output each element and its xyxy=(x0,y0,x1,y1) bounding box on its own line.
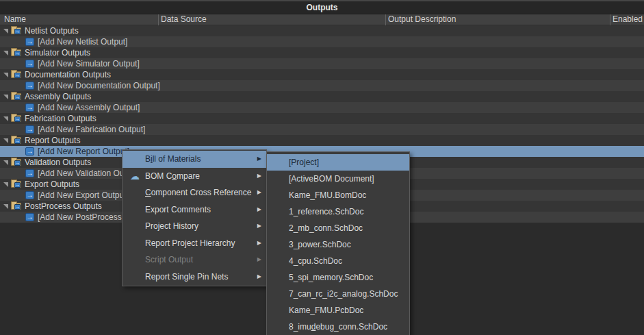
add-row-label: [Add New Simulator Output] xyxy=(38,58,140,69)
submenu-item-label: Kame_FMU.BomDoc xyxy=(289,187,366,203)
folder-badge-arrow-icon: → xyxy=(14,138,21,144)
menu-item-component-cross-reference[interactable]: Component Cross Reference ▶ xyxy=(123,184,266,201)
add-row-assembly-output[interactable]: → [Add New Assembly Output] xyxy=(0,102,644,113)
add-row-label: [Add New Documentation Output] xyxy=(38,80,160,91)
category-label: Documentation Outputs xyxy=(25,69,111,80)
add-output-icon: → xyxy=(25,60,34,68)
submenu-arrow-icon: ▶ xyxy=(257,218,261,235)
column-header-name[interactable]: Name xyxy=(2,14,156,25)
folder-badge-arrow-icon: → xyxy=(14,95,21,100)
category-label: Fabrication Outputs xyxy=(25,113,96,124)
menu-item-label: Component Cross Reference xyxy=(145,184,251,201)
expand-triangle-icon[interactable] xyxy=(3,95,8,99)
menu-item-label: Script Output xyxy=(145,251,193,269)
column-header-output-description[interactable]: Output Description xyxy=(385,14,608,25)
submenu-item-activebom-document[interactable]: [ActiveBOM Document] xyxy=(267,171,409,187)
menu-item-report-single-pin-nets[interactable]: Report Single Pin Nets ▶ xyxy=(123,269,266,286)
menu-item-export-comments[interactable]: Export Comments ▶ xyxy=(123,201,266,219)
add-output-icon: → xyxy=(25,169,34,177)
folder-badge-arrow-icon: → xyxy=(14,73,21,78)
expand-triangle-icon[interactable] xyxy=(3,138,8,143)
category-label: Simulator Outputs xyxy=(25,47,90,58)
submenu-item-label: 3_power.SchDoc xyxy=(289,236,351,253)
output-folder-icon: → xyxy=(11,137,21,144)
menu-gutter xyxy=(126,269,144,286)
output-folder-icon: → xyxy=(11,71,21,78)
output-folder-icon: → xyxy=(11,49,21,56)
expand-triangle-icon[interactable] xyxy=(3,73,8,77)
submenu-item-label: 8_imudebug_conn.SchDoc xyxy=(289,319,387,335)
folder-badge-arrow-icon: → xyxy=(14,29,21,34)
category-label: Netlist Outputs xyxy=(25,25,79,36)
category-row-assembly-outputs[interactable]: → Assembly Outputs xyxy=(0,91,644,102)
menu-item-label: Project History xyxy=(145,218,198,235)
add-row-label: [Add New Export Output] xyxy=(38,190,129,201)
menu-item-report-project-hierarchy[interactable]: Report Project Hierarchy ▶ xyxy=(123,235,266,252)
submenu-item-kame-fmu-bomdoc[interactable]: Kame_FMU.BomDoc xyxy=(267,187,409,203)
submenu-item-label: 4_cpu.SchDoc xyxy=(289,253,342,269)
category-row-simulator-outputs[interactable]: → Simulator Outputs xyxy=(0,47,644,58)
submenu-item-project[interactable]: [Project] xyxy=(267,154,409,171)
outputs-panel: Outputs Name Data Source Output Descript… xyxy=(0,0,644,335)
category-label: Assembly Outputs xyxy=(25,91,91,102)
output-folder-icon: → xyxy=(11,115,21,122)
category-label: Validation Outputs xyxy=(25,157,91,168)
category-row-netlist-outputs[interactable]: → Netlist Outputs xyxy=(0,25,644,36)
submenu-item-7-can-rc-i2c-analog-schdoc[interactable]: 7_can_rc_i2c_analog.SchDoc xyxy=(267,286,409,302)
submenu-item-1-reference-schdoc[interactable]: 1_reference.SchDoc xyxy=(267,203,409,220)
submenu-item-5-spi-memory-schdoc[interactable]: 5_spi_memory.SchDoc xyxy=(267,269,409,286)
expand-triangle-icon[interactable] xyxy=(3,51,8,55)
output-folder-icon: → xyxy=(11,93,21,100)
category-row-fabrication-outputs[interactable]: → Fabrication Outputs xyxy=(0,113,644,124)
category-row-report-outputs[interactable]: → Report Outputs xyxy=(0,135,644,146)
submenu-arrow-icon: ▶ xyxy=(257,184,261,201)
expand-triangle-icon[interactable] xyxy=(3,160,8,165)
menu-gutter xyxy=(126,151,144,168)
folder-badge-arrow-icon: → xyxy=(14,160,21,166)
submenu-item-label: 2_mb_conn.SchDoc xyxy=(289,220,363,236)
output-folder-icon: → xyxy=(11,203,21,210)
menu-gutter xyxy=(126,235,144,252)
column-header-data-source[interactable]: Data Source xyxy=(158,14,384,25)
submenu-item-8-imudebug-conn-schdoc[interactable]: 8_imudebug_conn.SchDoc xyxy=(267,319,409,335)
expand-triangle-icon[interactable] xyxy=(3,182,8,187)
submenu-item-4-cpu-schdoc[interactable]: 4_cpu.SchDoc xyxy=(267,253,409,269)
panel-title-bar: Outputs xyxy=(0,0,644,14)
cloud-icon: ☁ xyxy=(126,168,144,185)
context-menu: Bill of Materials ▶ ☁ BOM Compare ▶ Comp… xyxy=(122,149,267,286)
add-output-icon: → xyxy=(25,125,34,134)
submenu-arrow-icon: ▶ xyxy=(257,235,261,252)
add-row-label: [Add New Report Output] xyxy=(38,146,129,157)
folder-badge-arrow-icon: → xyxy=(14,182,21,188)
column-header-enabled[interactable]: Enabled xyxy=(610,14,644,25)
menu-item-bill-of-materials[interactable]: Bill of Materials ▶ xyxy=(123,151,266,168)
menu-item-label: BOM Compare xyxy=(145,168,200,185)
menu-item-label: Bill of Materials xyxy=(145,151,201,168)
submenu-arrow-icon: ▶ xyxy=(257,201,261,219)
expand-triangle-icon[interactable] xyxy=(3,204,8,209)
menu-item-script-output[interactable]: Script Output ▶ xyxy=(123,251,266,269)
expand-triangle-icon[interactable] xyxy=(3,116,8,121)
add-row-fabrication-output[interactable]: → [Add New Fabrication Output] xyxy=(0,124,644,135)
menu-item-label: Report Single Pin Nets xyxy=(145,269,228,286)
panel-title: Outputs xyxy=(307,3,338,12)
output-folder-icon: → xyxy=(11,27,21,34)
menu-item-bom-compare[interactable]: ☁ BOM Compare ▶ xyxy=(123,168,266,185)
submenu-item-label: [ActiveBOM Document] xyxy=(289,171,374,187)
submenu-arrow-icon: ▶ xyxy=(257,269,261,286)
folder-badge-arrow-icon: → xyxy=(14,51,21,56)
add-row-netlist-output[interactable]: → [Add New Netlist Output] xyxy=(0,36,644,47)
add-row-simulator-output[interactable]: → [Add New Simulator Output] xyxy=(0,58,644,69)
menu-gutter xyxy=(126,184,144,201)
submenu-item-label: 1_reference.SchDoc xyxy=(289,203,363,220)
expand-triangle-icon[interactable] xyxy=(3,29,8,34)
folder-badge-arrow-icon: → xyxy=(14,204,21,210)
add-row-label: [Add New Fabrication Output] xyxy=(38,124,145,135)
folder-badge-arrow-icon: → xyxy=(14,116,21,122)
menu-item-project-history[interactable]: Project History ▶ xyxy=(123,218,266,235)
submenu-item-2-mb-conn-schdoc[interactable]: 2_mb_conn.SchDoc xyxy=(267,220,409,236)
add-row-documentation-output[interactable]: → [Add New Documentation Output] xyxy=(0,80,644,91)
submenu-item-3-power-schdoc[interactable]: 3_power.SchDoc xyxy=(267,236,409,253)
submenu-item-kame-fmu-pcbdoc[interactable]: Kame_FMU.PcbDoc xyxy=(267,302,409,319)
category-row-documentation-outputs[interactable]: → Documentation Outputs xyxy=(0,69,644,80)
